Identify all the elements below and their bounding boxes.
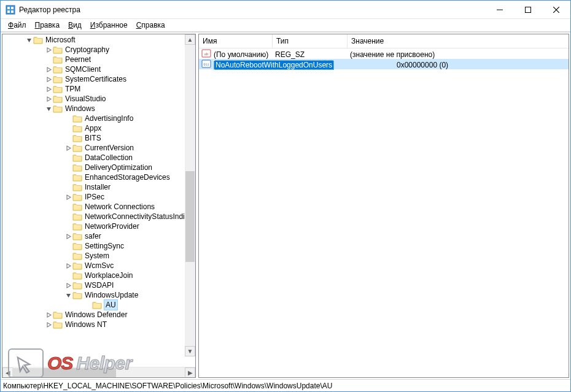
folder-icon [72, 231, 82, 241]
tree-item[interactable]: IPSec [22, 192, 195, 202]
close-button[interactable] [542, 1, 570, 18]
folder-icon [53, 84, 63, 94]
chevron-down-icon[interactable] [25, 36, 33, 44]
tree-item[interactable]: WindowsUpdate [22, 290, 195, 300]
tree-item[interactable]: Installer [22, 182, 195, 192]
value-name-cell[interactable]: 011NoAutoRebootWithLoggedOnUsers [199, 59, 348, 71]
tree-item[interactable]: WSDAPI [22, 280, 195, 290]
tree-item-label: NetworkConnectivityStatusIndic [85, 212, 188, 221]
tree-item[interactable]: Peernet [12, 55, 195, 64]
minimize-button[interactable] [486, 1, 514, 18]
tree-item-label: SettingSync [85, 241, 124, 251]
value-name-editbox[interactable]: NoAutoRebootWithLoggedOnUsers [214, 60, 334, 70]
tree-item[interactable]: SystemCertificates [12, 74, 195, 84]
values-pane: Имя Тип Значение ab(По умолчанию)REG_SZ(… [198, 34, 569, 378]
menu-favorites[interactable]: Избранное [87, 20, 131, 31]
scroll-track[interactable] [185, 45, 195, 346]
tree-item-label: AU [104, 299, 118, 310]
chevron-right-icon[interactable] [44, 85, 53, 93]
column-name[interactable]: Имя [199, 34, 273, 48]
folder-icon [72, 202, 82, 212]
tree-item[interactable]: Windows NT [12, 320, 195, 329]
tree-item[interactable]: AU [32, 300, 195, 310]
column-type[interactable]: Тип [273, 34, 348, 48]
scroll-thumb[interactable] [13, 368, 116, 377]
chevron-right-icon[interactable] [64, 232, 72, 240]
tree-item-label: WcmSvc [85, 261, 114, 271]
tree-item[interactable]: TPM [12, 84, 195, 94]
dword-value-icon: 011 [201, 59, 211, 71]
tree-item[interactable]: BITS [22, 133, 195, 143]
folder-icon [53, 74, 63, 84]
window-title: Редактор реестра [19, 6, 486, 14]
scroll-down-button[interactable]: ▼ [185, 346, 195, 356]
tree-item-label: SQMClient [65, 64, 101, 74]
chevron-right-icon[interactable] [44, 75, 53, 83]
tree-item[interactable]: safer [22, 231, 195, 241]
tree-item[interactable]: NetworkProvider [22, 221, 195, 231]
chevron-right-icon[interactable] [64, 281, 72, 290]
chevron-right-icon[interactable] [44, 94, 53, 103]
titlebar: Редактор реестра [1, 1, 570, 19]
tree-item[interactable]: Windows Defender [12, 310, 195, 320]
tree-item[interactable]: DataCollection [22, 153, 195, 163]
scroll-up-button[interactable]: ▲ [185, 34, 195, 45]
value-name: (По умолчанию) [214, 50, 268, 59]
tree-item[interactable]: Windows [12, 104, 195, 113]
chevron-down-icon[interactable] [44, 104, 53, 113]
tree-item[interactable]: WorkplaceJoin [22, 271, 195, 280]
maximize-button[interactable] [514, 1, 542, 18]
menubar: Файл Правка Вид Избранное Справка [1, 19, 570, 32]
menu-help[interactable]: Справка [133, 20, 169, 31]
chevron-right-icon[interactable] [44, 45, 53, 54]
tree-item[interactable]: SQMClient [12, 64, 195, 74]
tree-item[interactable]: NetworkConnectivityStatusIndic [22, 212, 195, 221]
folder-icon [33, 35, 43, 45]
tree-item[interactable]: Appx [22, 123, 195, 133]
chevron-right-icon[interactable] [44, 320, 53, 329]
value-data-cell: 0x00000000 (0) [348, 61, 569, 69]
folder-icon [72, 133, 82, 143]
menu-view[interactable]: Вид [64, 20, 85, 31]
scroll-thumb[interactable] [185, 171, 195, 261]
tree-item-label: TPM [65, 84, 80, 94]
tree-pane: MicrosoftCryptographyPeernetSQMClientSys… [2, 34, 196, 378]
chevron-right-icon[interactable] [64, 144, 72, 152]
column-data[interactable]: Значение [348, 34, 569, 48]
chevron-down-icon[interactable] [64, 291, 72, 299]
value-data-cell: (значение не присвоено) [348, 50, 569, 59]
tree-item[interactable]: VisualStudio [12, 94, 195, 104]
tree-horizontal-scrollbar[interactable]: ◀ ▶ [2, 367, 195, 377]
chevron-right-icon[interactable] [44, 65, 53, 74]
tree-item[interactable]: CurrentVersion [22, 143, 195, 153]
tree-item[interactable]: System [22, 251, 195, 261]
scroll-left-button[interactable]: ◀ [2, 367, 13, 378]
folder-icon [72, 163, 82, 172]
scroll-track[interactable] [13, 367, 185, 378]
tree-item-label: VisualStudio [65, 94, 106, 104]
value-type-cell: REG_SZ [273, 50, 348, 59]
value-row[interactable]: 011NoAutoRebootWithLoggedOnUsers0x000000… [199, 59, 569, 69]
tree-item[interactable]: Network Connections [22, 202, 195, 212]
menu-edit[interactable]: Правка [31, 20, 64, 31]
folder-icon [92, 300, 102, 310]
tree-item[interactable]: SettingSync [22, 241, 195, 251]
tree-item[interactable]: DeliveryOptimization [22, 163, 195, 172]
scroll-right-button[interactable]: ▶ [185, 367, 195, 378]
svg-rect-5 [526, 7, 531, 12]
chevron-right-icon[interactable] [44, 310, 53, 319]
tree-item-label: Windows Defender [65, 310, 127, 320]
tree-item[interactable]: WcmSvc [22, 261, 195, 271]
chevron-right-icon[interactable] [64, 261, 72, 270]
tree-item[interactable]: Microsoft [2, 35, 195, 45]
values-list[interactable]: ab(По умолчанию)REG_SZ(значение не присв… [199, 48, 569, 377]
tree-vertical-scrollbar[interactable]: ▲ ▼ [185, 34, 195, 356]
tree-item[interactable]: Cryptography [12, 45, 195, 55]
value-row[interactable]: ab(По умолчанию)REG_SZ(значение не присв… [199, 48, 569, 59]
menu-file[interactable]: Файл [4, 20, 30, 31]
tree-item-label: Cryptography [65, 45, 109, 55]
tree-item[interactable]: EnhancedStorageDevices [22, 172, 195, 182]
chevron-right-icon[interactable] [64, 193, 72, 201]
registry-tree[interactable]: MicrosoftCryptographyPeernetSQMClientSys… [2, 34, 195, 330]
tree-item[interactable]: AdvertisingInfo [22, 113, 195, 123]
